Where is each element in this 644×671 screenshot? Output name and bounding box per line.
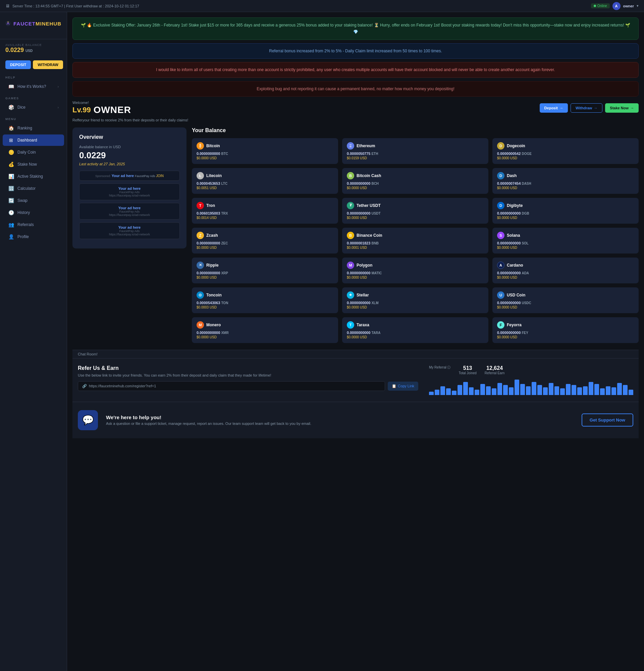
ad-url-2: https://faucetpay.io/ad-network — [84, 213, 175, 217]
calculator-icon: 🔢 — [8, 186, 14, 191]
menu-section-label: MENU — [0, 113, 67, 122]
withdraw-action-label: Withdraw — [576, 106, 592, 110]
coin-name: Bitcoin — [206, 143, 220, 148]
refer-link-row: 🔗 https://faucetminehub.com/register?ref… — [78, 381, 418, 391]
withdraw-button[interactable]: WITHDRAW — [33, 60, 63, 69]
support-icon-wrap: 💬 — [78, 410, 98, 430]
chart-bar — [549, 383, 553, 395]
ad-join-link[interactable]: JOIN — [156, 174, 164, 178]
chart-bar — [520, 384, 525, 395]
coin-ticker: ETH — [371, 152, 378, 155]
coin-ticker: XLM — [371, 301, 378, 305]
ad-box-1: Your ad here FaucetPay Ads https://fauce… — [79, 183, 180, 200]
online-dot — [594, 5, 596, 7]
sidebar-item-ranking[interactable]: 🏠 Ranking — [3, 123, 64, 134]
overview-title: Overview — [79, 134, 180, 140]
ad-sponsored-text: Sponsored: — [95, 174, 111, 178]
withdraw-action-button[interactable]: Withdraw → — [570, 103, 603, 113]
sidebar-item-daily-coin[interactable]: 🪙 Daily Coin — [3, 147, 64, 158]
coin-header: S Solana — [497, 232, 634, 239]
coin-usd: $0.0000 USD — [497, 305, 634, 309]
topbar: 🖥 Server Time : 13:44:55 GMT+7 | First U… — [0, 0, 644, 12]
multi-account-text: I would like to inform all of users that… — [156, 67, 555, 72]
coin-icon: Z — [197, 232, 204, 239]
copy-link-button[interactable]: 📋 Copy Link — [388, 382, 418, 391]
my-referral-stat: My Referral ⓘ — [429, 365, 451, 375]
total-joined-stat: 513 Total Joined — [458, 365, 476, 375]
coin-icon: M — [197, 321, 204, 329]
sidebar-item-swap[interactable]: 🔄 Swap — [3, 195, 64, 206]
balance-grid: ₿ Bitcoin 0.0000000000 BTC $0.0000 USD Ξ… — [192, 138, 639, 343]
refer-left: Refer Us & Earn Use the below link to in… — [78, 365, 418, 391]
copy-icon: 📋 — [392, 384, 396, 388]
coin-usd: $0.0003 USD — [197, 305, 333, 309]
coin-usd: $0.0000 USD — [497, 216, 634, 220]
ad-network-1: FaucetPay Ads — [84, 190, 175, 194]
coin-header: T Taraxa — [347, 321, 484, 329]
chevron-right-icon-dice: › — [58, 106, 59, 109]
ad-link-3[interactable]: Your ad here — [118, 225, 140, 229]
sidebar-item-active-staking[interactable]: 📊 Active Staking — [3, 171, 64, 182]
chart-bar — [515, 380, 519, 395]
get-support-button[interactable]: Get Support Now — [582, 414, 633, 427]
coin-header: ₿ Bitcoin — [197, 142, 333, 150]
coin-ticker: TON — [221, 301, 228, 305]
history-label: History — [17, 210, 30, 215]
ad-link-2[interactable]: Your ad here — [118, 206, 140, 210]
sidebar-item-stake-now[interactable]: 💰 Stake Now — [3, 159, 64, 170]
logo-text: FAUCETMINEHUB — [13, 21, 61, 26]
sidebar-item-dashboard[interactable]: ⊞ Dashboard — [3, 135, 64, 146]
coin-icon: ✕ — [197, 262, 204, 269]
coin-name: Polygon — [356, 263, 372, 268]
coin-usd: $0.0014 USD — [197, 216, 333, 220]
stake-now-action-button[interactable]: Stake Now → — [605, 103, 639, 113]
svg-point-1 — [8, 22, 9, 23]
coin-card-sol: S Solana 0.0000000000 SOL $0.0000 USD — [492, 228, 639, 254]
sidebar-item-how-it-works[interactable]: 📖 How it's Works? › — [3, 81, 64, 92]
deposit-action-button[interactable]: Deposit → — [540, 103, 568, 113]
sidebar-item-calculator[interactable]: 🔢 Calculator — [3, 183, 64, 194]
coin-amount: 0.0000000000 XLM — [347, 301, 484, 305]
coin-amount: 0.0060195003 TRX — [197, 211, 333, 215]
refer-section: Refer Us & Earn Use the below link to in… — [73, 358, 639, 402]
coin-usd: $0.0000 USD — [347, 276, 484, 279]
coin-amount: 0.0000007454 DASH — [497, 181, 634, 186]
history-icon: 🕐 — [8, 210, 14, 215]
coin-name: Monero — [206, 322, 221, 327]
chart-bar — [440, 386, 445, 395]
coin-card-matic: M Polygon 0.0000000000 MATIC $0.0000 USD — [342, 257, 488, 283]
coin-ticker: BNB — [371, 241, 379, 245]
level-badge: Lv.99 — [73, 106, 91, 114]
coin-usd: $0.0000 USD — [347, 305, 484, 309]
coin-icon: ★ — [347, 291, 354, 299]
welcome-section: Welcome! Lv.99 OWNER Deposit → Withdraw … — [73, 101, 639, 122]
sidebar-item-history[interactable]: 🕐 History — [3, 207, 64, 218]
welcome-header: Welcome! Lv.99 OWNER Deposit → Withdraw … — [73, 101, 639, 115]
coin-usd: $0.0000 USD — [347, 216, 484, 220]
topbar-chevron[interactable]: ▾ — [636, 4, 639, 8]
sidebar-item-profile[interactable]: 👤 Profile — [3, 231, 64, 242]
welcome-text: Welcome! — [73, 101, 131, 105]
how-it-works-label: How it's Works? — [17, 84, 46, 89]
sidebar-item-referrals[interactable]: 👥 Referrals — [3, 219, 64, 230]
coin-header: ✕ Ripple — [197, 262, 333, 269]
ad-network-3: FaucetPay Ads — [84, 229, 175, 233]
coin-name: Stellar — [356, 293, 369, 297]
coin-usd: $0.0000 USD — [497, 276, 634, 279]
coin-name: Bitcoin Cash — [356, 173, 381, 178]
coin-icon: M — [347, 262, 354, 269]
ad-link-1[interactable]: Your ad here — [118, 187, 140, 190]
arrow-right-icon-3: → — [630, 106, 634, 110]
coin-header: M Polygon — [347, 262, 484, 269]
chart-bar — [480, 384, 485, 395]
coin-ticker: XRP — [221, 271, 228, 275]
coin-card-dash: D Dash 0.0000007454 DASH $0.0000 USD — [492, 168, 639, 194]
coin-name: Cardano — [507, 263, 523, 268]
overview-column: Overview Available balance in USD 0.0229… — [73, 127, 187, 254]
refer-link-input: 🔗 https://faucetminehub.com/register?ref… — [78, 381, 385, 391]
ad-sponsored-link[interactable]: Your ad here — [112, 174, 134, 178]
coin-header: ★ Stellar — [347, 291, 484, 299]
welcome-actions: Deposit → Withdraw → Stake Now → — [540, 103, 639, 113]
sidebar-item-dice[interactable]: 🎲 Dice › — [3, 102, 64, 113]
deposit-button[interactable]: DEPOSIT — [5, 60, 31, 69]
